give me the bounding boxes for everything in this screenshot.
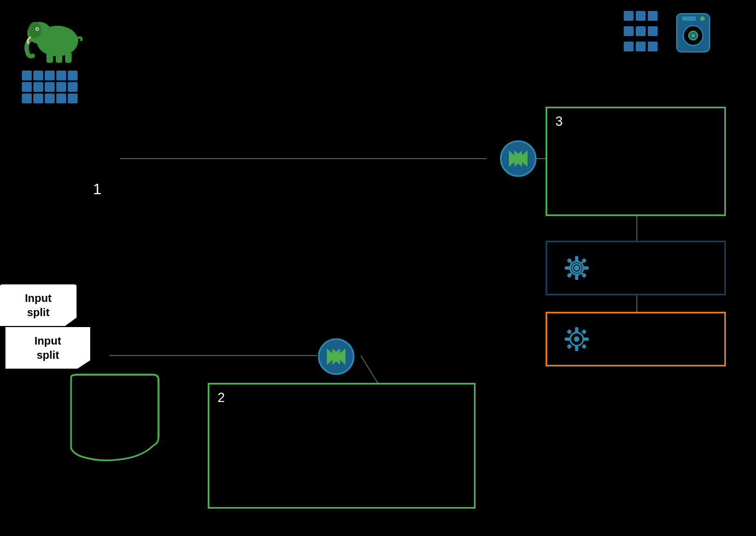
data-block	[66, 372, 164, 465]
box-2: 2	[208, 383, 476, 509]
svg-point-37	[574, 336, 579, 342]
box-2-label: 2	[218, 390, 225, 405]
svg-rect-39	[575, 346, 578, 351]
hdfs-grid	[22, 71, 87, 103]
elephant-icon	[22, 11, 87, 66]
svg-rect-13	[65, 52, 72, 63]
svg-point-17	[691, 34, 695, 37]
svg-rect-18	[682, 16, 696, 21]
svg-rect-38	[575, 327, 578, 333]
shuffle-icon-top	[494, 139, 543, 180]
svg-rect-41	[583, 337, 589, 341]
svg-point-19	[700, 16, 705, 21]
svg-rect-11	[46, 52, 53, 63]
svg-rect-40	[565, 337, 570, 341]
shuffle-icon-bottom	[312, 337, 361, 378]
svg-rect-45	[582, 344, 587, 349]
gear-box-blue	[546, 241, 726, 295]
svg-rect-44	[567, 344, 572, 349]
input-split-container: Inputsplit Inputsplit	[0, 284, 90, 369]
svg-rect-31	[583, 266, 589, 270]
svg-point-8	[28, 22, 42, 38]
input-split-2: Inputsplit	[5, 327, 90, 369]
grid-icon	[624, 11, 658, 55]
label-1: 1	[93, 180, 102, 198]
input-split-1: Inputsplit	[0, 284, 77, 326]
disk-icon	[674, 11, 712, 55]
box-3-label: 3	[555, 114, 562, 129]
gear-icon-orange	[564, 326, 590, 352]
box-3: 3	[546, 107, 726, 216]
svg-rect-28	[575, 256, 578, 261]
svg-point-10	[37, 28, 38, 30]
gear-icon-blue	[564, 255, 590, 281]
gear-box-orange	[546, 312, 726, 366]
svg-rect-43	[582, 329, 587, 335]
top-right-icons-area	[624, 11, 712, 55]
svg-rect-30	[565, 266, 570, 270]
svg-rect-29	[575, 275, 578, 280]
svg-point-27	[574, 265, 579, 271]
svg-rect-42	[567, 329, 572, 335]
svg-rect-12	[56, 52, 62, 63]
hadoop-elephant-area	[22, 11, 87, 103]
